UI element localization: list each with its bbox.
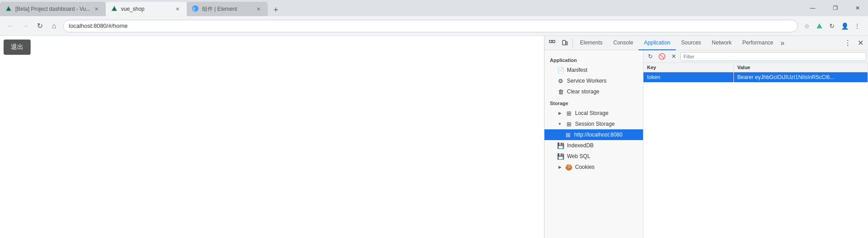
devtools-panel: Elements Console Application Sources Net… xyxy=(544,36,868,238)
manifest-icon: 📄 xyxy=(557,67,564,74)
svg-rect-6 xyxy=(549,40,552,43)
reload-button[interactable]: ↻ xyxy=(34,21,45,31)
section-header-application: Application xyxy=(544,56,643,65)
profile-icon[interactable]: 👤 xyxy=(839,21,850,31)
svg-marker-5 xyxy=(817,23,822,28)
toolbar-separator xyxy=(572,39,573,48)
browser-chrome: [Beta] Project dashboard - Vu... ✕ vue_s… xyxy=(0,0,868,238)
session-storage-icon: ⊞ xyxy=(565,121,572,128)
column-header-value: Value xyxy=(733,63,868,72)
sidebar-item-cookies[interactable]: ▶ 🍪 Cookies xyxy=(544,162,643,172)
sidebar-item-local-storage[interactable]: ▶ ⊞ Local Storage xyxy=(544,108,643,119)
window-controls: — ❐ ✕ xyxy=(802,0,868,16)
address-bar: ← → ↻ ⌂ localhost:8080/#/home ☆ ↻ 👤 ⋮ xyxy=(0,16,868,36)
sidebar-item-web-sql[interactable]: 💾 Web SQL xyxy=(544,151,643,162)
devtools-close-button[interactable]: ✕ xyxy=(855,37,866,49)
new-tab-button[interactable]: + xyxy=(270,4,282,16)
tab-2[interactable]: vue_shop ✕ xyxy=(106,2,187,16)
column-header-key: Key xyxy=(643,63,733,72)
tab-3-close[interactable]: ✕ xyxy=(255,5,262,13)
cookies-icon: 🍪 xyxy=(565,164,572,171)
table-row[interactable]: token Bearer eyJhbGciOiJIUzI1NiIsInR5cCl… xyxy=(643,72,868,83)
cookies-toggle: ▶ xyxy=(557,165,562,169)
svg-rect-8 xyxy=(562,40,566,45)
device-toggle-icon[interactable] xyxy=(559,37,571,49)
sidebar-item-clear-storage[interactable]: 🗑 Clear storage xyxy=(544,86,643,97)
localhost-storage-icon: ⊞ xyxy=(564,132,571,138)
sidebar-item-indexeddb[interactable]: 💾 IndexedDB xyxy=(544,140,643,151)
maximize-button[interactable]: ❐ xyxy=(825,0,846,16)
devtools-body: Application 📄 Manifest ⚙ Service Workers xyxy=(544,50,868,238)
tab-3-favicon: E xyxy=(192,5,199,13)
main-area: 退出 Elements Console xyxy=(0,36,868,238)
vue-devtools-icon[interactable] xyxy=(814,21,825,31)
service-workers-icon: ⚙ xyxy=(557,78,564,84)
indexeddb-icon: 💾 xyxy=(557,142,564,149)
tab-1[interactable]: [Beta] Project dashboard - Vu... ✕ xyxy=(0,2,106,16)
devtools-toolbar: Elements Console Application Sources Net… xyxy=(544,36,868,50)
address-input[interactable]: localhost:8080/#/home xyxy=(63,20,798,32)
bookmark-icon[interactable]: ☆ xyxy=(801,21,812,31)
tab-console[interactable]: Console xyxy=(608,36,639,50)
delete-selected-button[interactable]: ✕ xyxy=(669,52,679,62)
tab-elements[interactable]: Elements xyxy=(575,36,608,50)
more-tabs-icon[interactable]: » xyxy=(779,39,787,47)
cell-key: token xyxy=(643,72,733,83)
tab-1-close[interactable]: ✕ xyxy=(93,5,100,13)
svg-rect-7 xyxy=(553,40,555,43)
tab-1-favicon xyxy=(5,5,13,13)
svg-text:E: E xyxy=(193,7,196,11)
filter-input[interactable] xyxy=(680,52,866,61)
home-button[interactable]: ⌂ xyxy=(49,21,59,31)
devtools-tabs: Elements Console Application Sources Net… xyxy=(575,36,841,50)
tab-bar: [Beta] Project dashboard - Vu... ✕ vue_s… xyxy=(0,0,868,16)
tab-performance[interactable]: Performance xyxy=(737,36,779,50)
filter-bar: ↻ 🚫 ✕ xyxy=(643,50,868,63)
clear-storage-icon: 🗑 xyxy=(557,88,564,95)
local-storage-toggle: ▶ xyxy=(557,111,562,115)
clear-storage-button[interactable]: 🚫 xyxy=(657,52,667,62)
tab-application[interactable]: Application xyxy=(639,36,676,50)
exit-button[interactable]: 退出 xyxy=(4,40,31,55)
tab-2-close[interactable]: ✕ xyxy=(174,5,181,13)
tab-2-title: vue_shop xyxy=(121,6,171,12)
tab-1-title: [Beta] Project dashboard - Vu... xyxy=(15,6,90,12)
tab-3-title: 组件 | Element xyxy=(202,5,252,13)
address-text: localhost:8080/#/home xyxy=(69,22,128,29)
address-right-icons: ☆ ↻ 👤 ⋮ xyxy=(801,21,863,31)
web-sql-icon: 💾 xyxy=(557,153,564,160)
sidebar-item-manifest[interactable]: 📄 Manifest xyxy=(544,65,643,75)
refresh-storage-button[interactable]: ↻ xyxy=(645,52,655,62)
close-button[interactable]: ✕ xyxy=(847,0,868,16)
tab-3[interactable]: E 组件 | Element ✕ xyxy=(187,2,268,16)
tab-network[interactable]: Network xyxy=(706,36,737,50)
tab-2-favicon xyxy=(111,5,118,13)
local-storage-icon: ⊞ xyxy=(565,110,572,117)
refresh-circle-icon[interactable]: ↻ xyxy=(827,21,837,31)
forward-button[interactable]: → xyxy=(20,21,31,31)
section-header-storage: Storage xyxy=(544,99,643,108)
session-storage-toggle: ▼ xyxy=(557,122,562,126)
storage-table: Key Value token Bearer xyxy=(643,63,868,238)
page-content: 退出 xyxy=(0,36,544,238)
minimize-button[interactable]: — xyxy=(802,0,823,16)
menu-icon[interactable]: ⋮ xyxy=(852,21,863,31)
inspect-element-icon[interactable] xyxy=(546,37,558,49)
application-main-panel: ↻ 🚫 ✕ Key xyxy=(643,50,868,238)
tab-sources[interactable]: Sources xyxy=(676,36,706,50)
svg-rect-9 xyxy=(566,42,567,45)
back-button[interactable]: ← xyxy=(5,21,16,31)
cell-value: Bearer eyJhbGciOiJIUzI1NiIsInR5cCl6... xyxy=(733,72,868,83)
devtools-menu-button[interactable]: ⋮ xyxy=(842,37,854,49)
application-sidebar: Application 📄 Manifest ⚙ Service Workers xyxy=(544,50,643,238)
sidebar-item-session-localhost[interactable]: ⊞ http://localhost:8080 xyxy=(544,129,643,140)
sidebar-item-session-storage[interactable]: ▼ ⊞ Session Storage xyxy=(544,119,643,129)
sidebar-item-service-workers[interactable]: ⚙ Service Workers xyxy=(544,75,643,86)
